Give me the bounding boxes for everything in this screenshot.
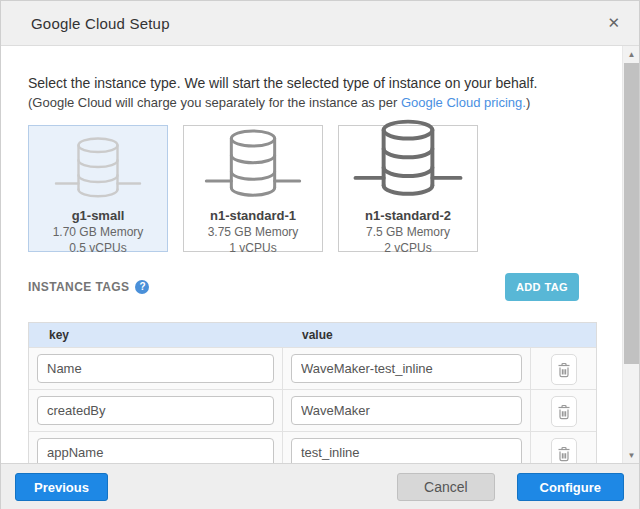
cancel-button[interactable]: Cancel (397, 473, 495, 501)
tag-key-input[interactable] (37, 354, 274, 383)
instance-tags-label: INSTANCE TAGS (28, 280, 129, 294)
tag-key-input[interactable] (37, 438, 274, 463)
intro-text: Select the instance type. We will start … (28, 74, 579, 93)
actions-cell (530, 348, 596, 389)
instance-vcpus: 1 vCPUs (229, 241, 276, 255)
instance-type-list: g1-small 1.70 GB Memory 0.5 vCPUs n1-sta… (28, 125, 579, 252)
dialog-header: Google Cloud Setup ✕ (1, 1, 639, 46)
trash-icon (557, 404, 571, 420)
trash-icon (557, 446, 571, 462)
actions-cell (530, 432, 596, 463)
instance-vcpus: 2 vCPUs (384, 241, 431, 255)
configure-button[interactable]: Configure (517, 473, 624, 501)
database-icon (203, 126, 303, 206)
value-cell (282, 390, 530, 431)
intro-subtext: (Google Cloud will charge you separately… (28, 93, 579, 112)
instance-tags-table: key value (28, 322, 597, 463)
dialog-body: Select the instance type. We will start … (1, 46, 639, 463)
scroll-up-arrow-icon[interactable]: ▲ (623, 46, 639, 62)
instance-card-n1-standard-1[interactable]: n1-standard-1 3.75 GB Memory 1 vCPUs (183, 125, 323, 252)
scroll-down-arrow-icon[interactable]: ▼ (623, 447, 639, 463)
instance-card-n1-standard-2[interactable]: n1-standard-2 7.5 GB Memory 2 vCPUs (338, 125, 478, 252)
pricing-link[interactable]: Google Cloud pricing. (401, 95, 526, 110)
trash-icon (557, 362, 571, 378)
column-header-key: key (29, 328, 282, 342)
dialog-title: Google Cloud Setup (31, 15, 170, 32)
google-cloud-setup-dialog: Google Cloud Setup ✕ Select the instance… (0, 0, 640, 509)
instance-memory: 7.5 GB Memory (366, 225, 450, 239)
value-cell (282, 432, 530, 463)
instance-tags-label-group: INSTANCE TAGS ? (28, 280, 149, 294)
column-header-value: value (282, 328, 530, 342)
instance-card-g1-small[interactable]: g1-small 1.70 GB Memory 0.5 vCPUs (28, 125, 168, 252)
instance-vcpus: 0.5 vCPUs (69, 241, 126, 255)
delete-tag-button[interactable] (551, 354, 577, 385)
database-icon (351, 126, 465, 206)
help-icon[interactable]: ? (135, 280, 149, 294)
delete-tag-button[interactable] (551, 396, 577, 427)
delete-tag-button[interactable] (551, 438, 577, 463)
dialog-footer: Previous Cancel Configure (1, 463, 639, 509)
intro-subtext-prefix: (Google Cloud will charge you separately… (28, 95, 401, 110)
key-cell (29, 432, 282, 463)
key-cell (29, 348, 282, 389)
instance-name: n1-standard-2 (365, 208, 451, 223)
vertical-scrollbar[interactable]: ▲ ▼ (622, 46, 639, 463)
instance-name: n1-standard-1 (210, 208, 296, 223)
tag-value-input[interactable] (291, 354, 522, 383)
table-row (29, 347, 596, 389)
add-tag-button[interactable]: ADD TAG (505, 273, 579, 301)
actions-cell (530, 390, 596, 431)
database-icon (52, 126, 144, 206)
table-row (29, 431, 596, 463)
table-row (29, 389, 596, 431)
previous-button[interactable]: Previous (15, 473, 108, 501)
value-cell (282, 348, 530, 389)
table-header-row: key value (29, 323, 596, 347)
key-cell (29, 390, 282, 431)
tag-value-input[interactable] (291, 396, 522, 425)
instance-memory: 3.75 GB Memory (208, 225, 299, 239)
instance-memory: 1.70 GB Memory (53, 225, 144, 239)
scrollbar-thumb[interactable] (624, 63, 639, 364)
instance-name: g1-small (72, 208, 125, 223)
close-icon[interactable]: ✕ (604, 12, 623, 33)
intro-subtext-suffix: ) (526, 95, 530, 110)
tag-key-input[interactable] (37, 396, 274, 425)
tag-value-input[interactable] (291, 438, 522, 463)
instance-tags-bar: INSTANCE TAGS ? ADD TAG (28, 273, 579, 300)
